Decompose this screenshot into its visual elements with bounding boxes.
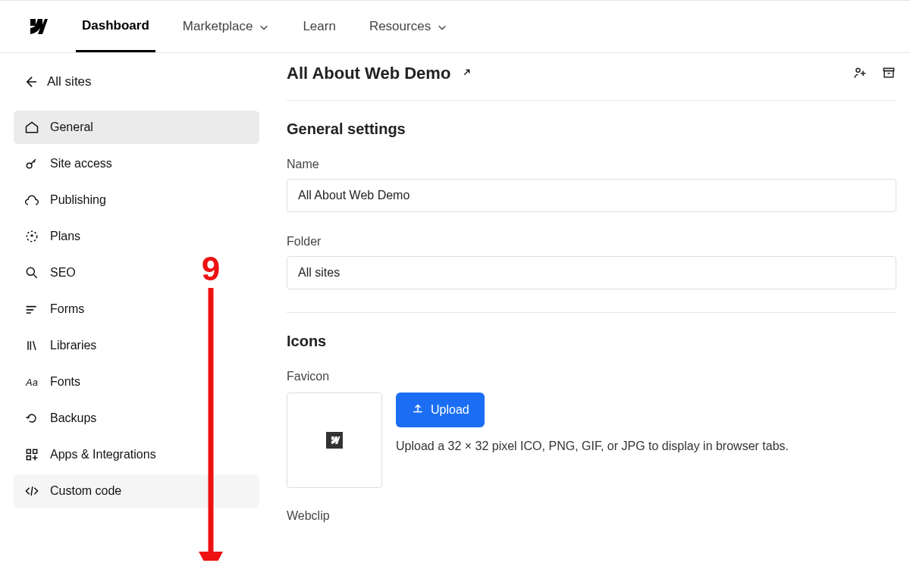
sidebar-item-label: Publishing: [50, 193, 106, 207]
key-icon: [24, 156, 39, 171]
sidebar-item-label: Apps & Integrations: [50, 448, 156, 461]
upload-favicon-button[interactable]: Upload: [396, 393, 485, 427]
divider: [287, 312, 896, 313]
sidebar-item-seo[interactable]: SEO: [14, 256, 259, 289]
field-folder: Folder: [287, 235, 896, 289]
apps-icon: [24, 447, 39, 462]
svg-rect-7: [27, 456, 30, 460]
sidebar-item-label: Fonts: [50, 375, 80, 389]
nav-label: Dashboard: [82, 18, 149, 33]
favicon-hint: Upload a 32 × 32 pixel ICO, PNG, GIF, or…: [396, 438, 789, 455]
sidebar-item-libraries[interactable]: Libraries: [14, 329, 259, 362]
main-content: All About Web Demo General setti: [273, 53, 910, 561]
undo-icon: [24, 411, 39, 426]
upload-icon: [411, 402, 425, 418]
section-title-icons: Icons: [287, 333, 896, 350]
folder-label: Folder: [287, 235, 896, 249]
section-title-general: General settings: [287, 120, 896, 138]
sidebar-item-label: Libraries: [50, 339, 96, 352]
top-nav: Dashboard Marketplace Learn Resources: [0, 0, 910, 53]
back-all-sites[interactable]: All sites: [14, 68, 259, 95]
nav-label: Marketplace: [183, 19, 253, 34]
sidebar-item-apps[interactable]: Apps & Integrations: [14, 438, 259, 471]
webclip-label: Webclip: [287, 509, 896, 523]
name-input[interactable]: [287, 179, 896, 212]
webflow-logo[interactable]: [24, 14, 49, 39]
chevron-down-icon: [437, 21, 447, 32]
page-title: All About Web Demo: [287, 64, 450, 83]
sidebar-item-publishing[interactable]: Publishing: [14, 183, 259, 217]
sidebar-item-label: Forms: [50, 302, 84, 316]
favicon-label: Favicon: [287, 370, 896, 383]
svg-point-4: [27, 267, 34, 275]
favicon-row: Upload Upload a 32 × 32 pixel ICO, PNG, …: [287, 393, 896, 488]
home-icon: [24, 120, 39, 135]
favicon-preview: [287, 393, 382, 488]
sidebar-item-label: Plans: [50, 230, 80, 243]
share-icon[interactable]: [852, 65, 868, 83]
chevron-down-icon: [259, 21, 269, 32]
svg-rect-10: [884, 70, 893, 77]
sidebar-item-label: Custom code: [50, 484, 121, 498]
sidebar-item-custom-code[interactable]: Custom code: [14, 474, 259, 508]
svg-point-8: [856, 68, 860, 72]
nav-resources[interactable]: Resources: [363, 2, 453, 51]
search-icon: [24, 265, 39, 280]
sidebar-item-plans[interactable]: Plans: [14, 220, 259, 253]
layout: 9 All sites General Site access: [0, 53, 910, 561]
sidebar-item-backups[interactable]: Backups: [14, 402, 259, 435]
forms-icon: [24, 302, 39, 317]
nav-learn[interactable]: Learn: [297, 2, 341, 51]
sidebar-item-general[interactable]: General: [14, 111, 259, 144]
field-name: Name: [287, 158, 896, 212]
open-external-icon[interactable]: [460, 66, 473, 82]
sidebar: All sites General Site access Publishing: [0, 53, 273, 561]
sidebar-item-forms[interactable]: Forms: [14, 292, 259, 326]
nav-label: Resources: [369, 19, 431, 34]
name-label: Name: [287, 158, 896, 171]
sidebar-item-label: General: [50, 120, 93, 134]
page-header: All About Web Demo: [287, 64, 896, 101]
sidebar-item-label: Backups: [50, 411, 96, 425]
code-icon: [24, 483, 39, 499]
sidebar-item-label: SEO: [50, 266, 76, 280]
nav-label: Learn: [303, 19, 335, 34]
folder-input[interactable]: [287, 256, 896, 289]
archive-icon[interactable]: [881, 65, 896, 83]
publish-icon: [24, 192, 39, 208]
plans-icon: [24, 229, 39, 244]
sidebar-item-site-access[interactable]: Site access: [14, 147, 259, 180]
arrow-left-icon: [23, 74, 38, 89]
sidebar-item-fonts[interactable]: Aa Fonts: [14, 365, 259, 399]
nav-dashboard[interactable]: Dashboard: [76, 2, 155, 52]
upload-label: Upload: [431, 403, 469, 417]
nav-marketplace[interactable]: Marketplace: [177, 2, 276, 51]
sidebar-item-label: Site access: [50, 157, 112, 170]
svg-point-2: [27, 163, 32, 168]
svg-rect-5: [27, 449, 30, 453]
favicon-image: [326, 432, 343, 449]
back-label: All sites: [47, 74, 92, 89]
svg-rect-6: [33, 449, 37, 453]
fonts-icon: Aa: [24, 374, 39, 389]
libraries-icon: [24, 338, 39, 353]
